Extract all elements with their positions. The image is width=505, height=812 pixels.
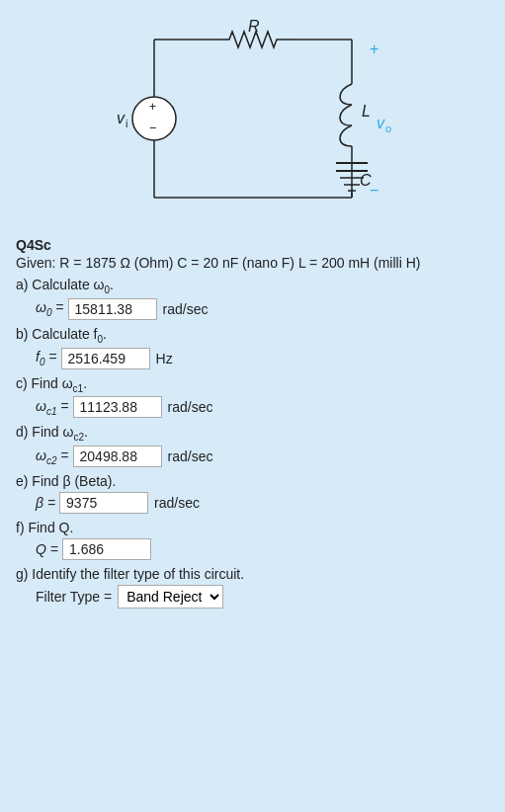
part-f-label: f) Find Q. <box>16 520 489 535</box>
part-a-label: a) Calculate ω0. <box>16 277 489 295</box>
svg-text:+: + <box>149 100 156 114</box>
svg-text:R: R <box>248 18 260 35</box>
part-c: c) Find ωc1. ωc1 = 11123.88 rad/sec <box>16 375 489 419</box>
part-c-label: c) Find ωc1. <box>16 375 489 394</box>
svg-text:v: v <box>117 110 126 126</box>
problem-title: Q4Sc <box>16 237 489 253</box>
circuit-diagram: + − v i R L C + − v o <box>16 10 489 227</box>
part-b-label: b) Calculate f0. <box>16 326 489 345</box>
svg-text:v: v <box>377 115 385 131</box>
part-d: d) Find ωc2. ωc2 = 20498.88 rad/sec <box>16 424 489 467</box>
part-a: a) Calculate ω0. ω0 = 15811.38 rad/sec <box>16 277 489 320</box>
part-g: g) Identify the filter type of this circ… <box>16 566 489 609</box>
given-values: Given: R = 1875 Ω (Ohm) C = 20 nF (nano … <box>16 255 489 271</box>
svg-text:−: − <box>370 182 379 199</box>
svg-text:+: + <box>370 41 379 57</box>
part-d-label: d) Find ωc2. <box>16 424 489 443</box>
part-a-unit: rad/sec <box>163 301 209 317</box>
part-b: b) Calculate f0. f0 = 2516.459 Hz <box>16 326 489 369</box>
part-f: f) Find Q. Q = 1.686 <box>16 520 489 560</box>
part-a-eq: ω0 = <box>36 299 64 318</box>
part-c-value: 11123.88 <box>73 396 162 418</box>
part-e-label: e) Find β (Beta). <box>16 473 489 489</box>
part-a-value: 15811.38 <box>68 298 157 320</box>
part-d-eq: ωc2 = <box>36 447 69 466</box>
part-d-value: 20498.88 <box>73 446 162 467</box>
part-c-eq: ωc1 = <box>36 398 69 417</box>
part-f-value: 1.686 <box>62 538 151 560</box>
part-b-unit: Hz <box>156 351 173 366</box>
filter-type-label: Filter Type = <box>36 589 112 605</box>
part-b-value: 2516.459 <box>61 348 150 369</box>
svg-text:i: i <box>126 118 127 129</box>
part-d-unit: rad/sec <box>168 448 213 464</box>
part-c-unit: rad/sec <box>168 399 213 415</box>
svg-text:L: L <box>362 103 371 120</box>
part-g-label: g) Identify the filter type of this circ… <box>16 566 489 582</box>
part-f-eq: Q = <box>36 541 58 557</box>
part-e-eq: β = <box>36 495 55 511</box>
part-e: e) Find β (Beta). β = 9375 rad/sec <box>16 473 489 514</box>
part-e-unit: rad/sec <box>154 495 200 511</box>
part-e-value: 9375 <box>59 492 148 514</box>
part-b-eq: f0 = <box>36 349 57 367</box>
svg-text:−: − <box>149 121 157 135</box>
filter-type-select[interactable]: Band Reject Band Pass Low Pass High Pass <box>118 585 223 609</box>
svg-text:o: o <box>385 122 391 134</box>
